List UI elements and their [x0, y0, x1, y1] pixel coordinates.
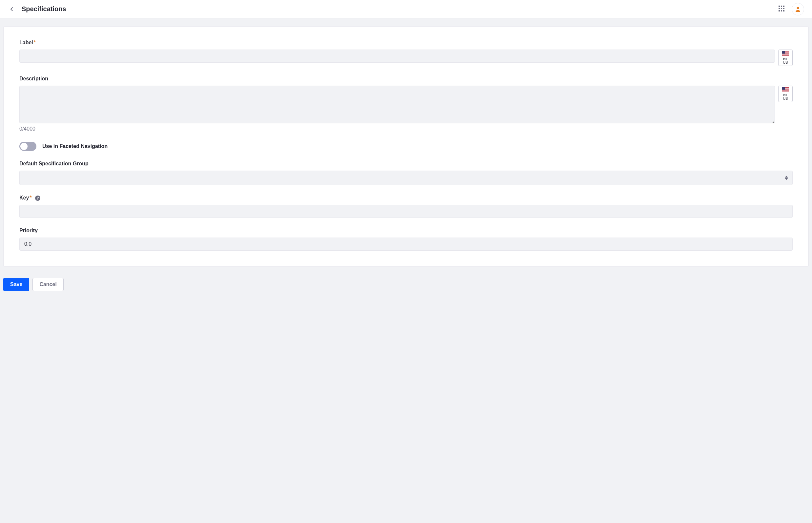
svg-rect-23 — [782, 91, 789, 91]
required-asterisk: * — [30, 195, 32, 200]
faceted-nav-label: Use in Faceted Navigation — [42, 143, 108, 149]
label-text: Label — [19, 40, 33, 45]
content-wrapper: Label* en-US Description — [0, 18, 812, 270]
svg-rect-14 — [782, 54, 789, 54]
toggle-thumb — [20, 143, 27, 150]
svg-rect-0 — [778, 5, 780, 7]
label-input-row: en-US — [19, 50, 793, 66]
key-field-label: Key* ? — [19, 195, 793, 201]
description-textarea[interactable] — [19, 86, 775, 123]
description-locale-text: en-US — [780, 92, 790, 101]
description-locale-button[interactable]: en-US — [778, 86, 793, 102]
user-avatar[interactable] — [792, 3, 804, 15]
priority-field-label: Priority — [19, 228, 793, 234]
svg-rect-16 — [782, 55, 789, 55]
apps-button[interactable] — [777, 4, 786, 14]
svg-rect-7 — [781, 10, 782, 12]
topbar-left: Specifications — [8, 5, 66, 13]
svg-rect-1 — [781, 5, 782, 7]
key-group: Key* ? — [19, 195, 793, 218]
select-wrapper — [19, 170, 793, 185]
svg-rect-3 — [778, 8, 780, 9]
required-asterisk: * — [34, 40, 36, 45]
label-locale-text: en-US — [780, 56, 790, 64]
label-input[interactable] — [19, 50, 775, 63]
apps-grid-icon — [778, 5, 785, 12]
faceted-nav-group: Use in Faceted Navigation — [19, 142, 793, 151]
description-char-counter: 0/4000 — [19, 126, 793, 132]
svg-rect-22 — [782, 90, 789, 90]
form-card: Label* en-US Description — [3, 26, 809, 267]
help-icon[interactable]: ? — [35, 196, 40, 201]
svg-rect-8 — [783, 10, 785, 12]
topbar: Specifications — [0, 0, 812, 18]
svg-rect-5 — [783, 8, 785, 9]
toggle-row: Use in Faceted Navigation — [19, 142, 793, 151]
svg-rect-24 — [782, 91, 789, 92]
spec-group-select[interactable] — [19, 170, 793, 185]
svg-rect-6 — [778, 10, 780, 12]
faceted-nav-toggle[interactable] — [19, 142, 36, 151]
us-flag-icon — [782, 87, 789, 92]
description-input-row: en-US — [19, 86, 793, 123]
description-field-label: Description — [19, 76, 793, 82]
description-group: Description en-US 0/4000 — [19, 76, 793, 132]
page-title: Specifications — [22, 5, 66, 13]
save-button[interactable]: Save — [3, 278, 29, 291]
chevron-left-icon — [9, 6, 15, 12]
label-group: Label* en-US — [19, 40, 793, 66]
svg-point-9 — [797, 7, 799, 9]
us-flag-icon — [782, 51, 789, 56]
key-input[interactable] — [19, 205, 793, 218]
key-text: Key — [19, 195, 29, 200]
svg-rect-17 — [782, 51, 785, 54]
topbar-right — [777, 3, 804, 15]
svg-rect-15 — [782, 54, 789, 55]
user-icon — [795, 6, 801, 13]
priority-input[interactable] — [19, 237, 793, 251]
label-locale-button[interactable]: en-US — [778, 50, 793, 66]
back-button[interactable] — [8, 5, 16, 13]
cancel-button[interactable]: Cancel — [33, 278, 63, 291]
svg-rect-2 — [783, 5, 785, 7]
spec-group-label: Default Specification Group — [19, 161, 793, 167]
priority-group: Priority — [19, 228, 793, 251]
label-field-label: Label* — [19, 40, 793, 46]
svg-rect-4 — [781, 8, 782, 9]
svg-rect-25 — [782, 87, 785, 90]
spec-group-group: Default Specification Group — [19, 161, 793, 185]
actions-bar: Save Cancel — [0, 270, 812, 299]
